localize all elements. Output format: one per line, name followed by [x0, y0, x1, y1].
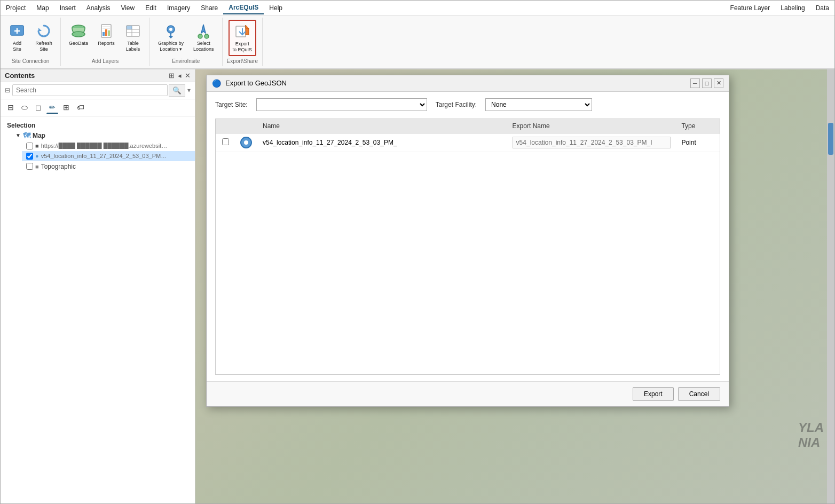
topographic-checkbox[interactable] — [26, 163, 33, 170]
map-area[interactable]: YLANIA 🔵 Export to GeoJSON ─ — [195, 69, 834, 503]
svg-marker-20 — [169, 36, 173, 38]
row-checkbox[interactable] — [222, 138, 229, 145]
menu-insert[interactable]: Insert — [54, 2, 81, 14]
row-checkbox-cell — [216, 133, 235, 152]
topographic-label: Topographic — [41, 163, 76, 170]
search-dropdown-icon[interactable]: ▾ — [187, 86, 191, 94]
menu-map[interactable]: Map — [31, 2, 54, 14]
export-share-buttons: Exportto EQuIS — [229, 20, 257, 56]
sidebar-toolbar: ⊟ ⬭ ◻ ✏ ⊞ 🏷 — [1, 99, 195, 116]
map-expand-icon[interactable]: ▼ — [15, 132, 21, 138]
svg-marker-3 — [38, 28, 42, 31]
v54-layer-checkbox[interactable] — [26, 153, 33, 160]
select-locations-button[interactable]: SelectLocations — [190, 20, 218, 55]
url-layer-item[interactable]: ■ https://████ ██████ ██████.azurewebsit… — [22, 141, 195, 151]
filter-icon: ⊟ — [5, 86, 10, 94]
menu-bar: Project Map Insert Analysis View Edit Im… — [1, 1, 834, 15]
enviroinsite-buttons: Graphics byLocation ▾ SelectLocations — [154, 20, 218, 55]
ribbon: AddSite RefreshSite Site Connection — [1, 15, 834, 69]
search-button[interactable]: 🔍 — [169, 84, 185, 97]
point-layer-center — [244, 140, 248, 145]
graphics-by-location-button[interactable]: Graphics byLocation ▾ — [154, 20, 187, 55]
pencil-tool-icon[interactable]: ✏ — [46, 101, 58, 114]
add-layers-label: Add Layers — [92, 56, 119, 64]
add-site-button[interactable]: AddSite — [5, 20, 29, 55]
sidebar-pin-icon[interactable]: ⊞ — [169, 72, 175, 80]
menu-project[interactable]: Project — [1, 2, 31, 14]
filter-tool-icon[interactable]: ⊟ — [5, 101, 17, 113]
svg-point-21 — [198, 34, 202, 38]
ribbon-tab-feature-layer[interactable]: Feature Layer — [725, 2, 776, 14]
menu-share[interactable]: Share — [195, 2, 223, 14]
table-header: Name Export Name Type — [216, 119, 720, 133]
map-label-text: Map — [33, 132, 45, 139]
sidebar: Contents ⊞ ◂ ✕ ⊟ 🔍 ▾ ⊟ ⬭ ◻ ✏ ⊞ 🏷 — [1, 69, 195, 503]
target-facility-select[interactable]: None — [485, 98, 592, 111]
sidebar-collapse-icon[interactable]: ◂ — [178, 72, 182, 80]
add-layers-buttons: GeoData Reports TableLabels — [65, 20, 145, 55]
reports-label: Reports — [98, 41, 115, 46]
graphics-by-location-label: Graphics byLocation ▾ — [158, 41, 184, 52]
svg-rect-23 — [236, 26, 246, 37]
ribbon-group-site-connection: AddSite RefreshSite Site Connection — [1, 18, 61, 66]
modal-titlebar: 🔵 Export to GeoJSON ─ □ ✕ — [207, 75, 729, 92]
reports-button[interactable]: Reports — [94, 20, 119, 49]
grid-tool-icon[interactable]: ⊞ — [60, 101, 72, 113]
sidebar-content: Selection ▼ 🗺 Map ■ https://████ ██████ … — [1, 116, 195, 503]
modal-maximize-button[interactable]: □ — [702, 78, 712, 88]
export-name-input[interactable] — [513, 137, 671, 148]
menu-view[interactable]: View — [115, 2, 140, 14]
menu-arcequis[interactable]: ArcEQuIS — [223, 2, 264, 14]
menu-analysis[interactable]: Analysis — [81, 2, 116, 14]
export-button[interactable]: Export — [633, 387, 674, 401]
ribbon-group-enviroinsite: Graphics byLocation ▾ SelectLocations En… — [150, 18, 223, 66]
v54-layer-item[interactable]: ● v54_location_info_11_27_2024_2_53_03_P… — [22, 151, 195, 161]
sidebar-search-bar: ⊟ 🔍 ▾ — [1, 82, 195, 99]
sidebar-close-icon[interactable]: ✕ — [185, 72, 191, 80]
table-col-type: Type — [676, 119, 720, 133]
v54-layer-icon: ● — [35, 153, 39, 159]
ribbon-group-export-share: Exportto EQuIS Export\Share — [223, 18, 263, 66]
menu-imagery[interactable]: Imagery — [162, 2, 195, 14]
select-tool-icon[interactable]: ◻ — [33, 101, 44, 113]
map-icon: 🗺 — [23, 131, 30, 140]
ribbon-tab-labeling[interactable]: Labeling — [775, 2, 810, 14]
target-facility-label: Target Facility: — [436, 101, 477, 108]
geodata-icon — [70, 22, 87, 40]
modal-table: Name Export Name Type — [216, 119, 720, 152]
export-to-equis-button[interactable]: Exportto EQuIS — [229, 20, 257, 56]
url-layer-checkbox[interactable] — [26, 143, 33, 149]
table-col-check — [216, 119, 235, 133]
modal-title-icon: 🔵 — [212, 79, 221, 88]
search-input[interactable] — [12, 84, 168, 96]
table-labels-button[interactable]: TableLabels — [121, 20, 145, 55]
target-site-select[interactable] — [256, 98, 427, 111]
svg-rect-9 — [108, 30, 110, 36]
table-col-icon — [235, 119, 257, 133]
table-labels-label: TableLabels — [126, 41, 140, 52]
row-type-cell: Point — [676, 133, 720, 152]
topographic-layer-item[interactable]: ■ Topographic — [22, 161, 195, 172]
menu-edit[interactable]: Edit — [140, 2, 162, 14]
cancel-button[interactable]: Cancel — [678, 387, 720, 401]
ribbon-tab-data[interactable]: Data — [810, 2, 834, 14]
svg-point-18 — [169, 28, 172, 31]
modal-minimize-button[interactable]: ─ — [690, 78, 700, 88]
target-site-label: Target Site: — [215, 101, 248, 108]
modal-close-button[interactable]: ✕ — [714, 78, 723, 88]
svg-rect-16 — [127, 26, 132, 29]
svg-rect-8 — [105, 29, 107, 36]
refresh-site-button[interactable]: RefreshSite — [31, 20, 56, 55]
cylinder-tool-icon[interactable]: ⬭ — [19, 101, 30, 114]
layer-section: Selection ▼ 🗺 Map ■ https://████ ██████ … — [5, 121, 195, 172]
ribbon-group-add-layers: GeoData Reports TableLabels — [61, 18, 150, 66]
url-layer-icon: ■ — [35, 143, 39, 149]
menu-help[interactable]: Help — [264, 2, 288, 14]
geodata-label: GeoData — [69, 41, 88, 46]
geodata-button[interactable]: GeoData — [65, 20, 92, 49]
ribbon-content: AddSite RefreshSite Site Connection — [1, 15, 834, 68]
topographic-icon: ■ — [35, 163, 39, 170]
row-export-name-cell — [507, 133, 676, 152]
label-tool-icon[interactable]: 🏷 — [74, 101, 87, 113]
site-connection-label: Site Connection — [12, 56, 50, 64]
